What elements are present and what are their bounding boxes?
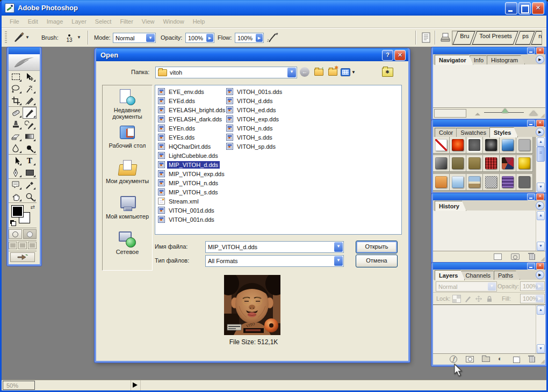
slice-tool[interactable] [23, 95, 37, 106]
places-bar-item[interactable]: Мои документы [103, 159, 152, 195]
style-swatch[interactable] [483, 174, 500, 191]
quick-mask-mode-button[interactable] [23, 229, 37, 239]
lock-transparency-icon[interactable] [452, 295, 461, 303]
new-layer-button[interactable] [513, 356, 521, 363]
file-item[interactable]: VITOH_exp.dds [226, 114, 284, 124]
menu-item[interactable]: Window [159, 17, 189, 26]
style-swatch[interactable] [466, 174, 483, 191]
lasso-tool[interactable] [9, 83, 23, 95]
scroll-down-icon[interactable]: ▼ [537, 242, 545, 251]
panel-tab[interactable]: Channels [461, 271, 497, 280]
zoom-level-field[interactable]: 50% [3, 381, 35, 390]
palette-minimize-button[interactable] [527, 193, 535, 200]
style-swatch[interactable] [483, 137, 500, 154]
menu-item[interactable]: Select [91, 17, 116, 26]
file-item[interactable]: EYEn.dds [158, 124, 227, 133]
airbrush-button[interactable] [266, 31, 279, 44]
type-tool[interactable]: T [23, 155, 37, 166]
magic-wand-tool[interactable] [23, 83, 37, 95]
zoom-slider-track[interactable] [484, 112, 524, 113]
rectangular-marquee-tool[interactable] [9, 71, 23, 83]
lock-paint-icon[interactable] [464, 295, 472, 302]
blur-tool[interactable] [9, 142, 23, 154]
style-swatch[interactable] [483, 155, 500, 172]
menu-item[interactable]: Filter [116, 17, 137, 26]
panel-tab[interactable]: Layers [435, 270, 465, 280]
eraser-tool[interactable] [9, 130, 23, 142]
palette-menu-icon[interactable]: ▶ [536, 271, 544, 279]
panel-tab[interactable]: Styles [489, 127, 518, 137]
shape-tool[interactable] [23, 166, 37, 178]
opacity-slider-icon[interactable]: ▶ [206, 34, 213, 42]
delete-layer-button[interactable] [528, 355, 536, 362]
fullscreen-mode-button[interactable] [28, 242, 37, 249]
file-item[interactable]: Stream.xml [158, 197, 227, 206]
filetype-combobox[interactable]: All Formats ▼ [205, 255, 344, 267]
lock-all-icon[interactable] [486, 295, 493, 302]
print-button[interactable] [439, 32, 451, 43]
places-bar-item[interactable]: Рабочий стол [103, 124, 152, 159]
palette-titlebar[interactable]: × [433, 120, 545, 127]
scroll-up-icon[interactable]: ▲ [537, 137, 545, 147]
edit-in-imageready-button[interactable] [10, 252, 35, 262]
style-swatch[interactable] [466, 137, 483, 154]
brush-preset-picker[interactable]: 13 ▼ [63, 31, 84, 44]
menu-item[interactable]: View [138, 17, 159, 26]
scroll-down-icon[interactable]: ▼ [537, 183, 545, 192]
menu-item[interactable]: Help [189, 17, 210, 26]
foreground-color-swatch[interactable] [11, 205, 24, 217]
palette-minimize-button[interactable] [527, 263, 535, 270]
palette-menu-icon[interactable]: ▶ [536, 128, 544, 136]
style-swatch[interactable] [433, 155, 450, 172]
file-item[interactable]: MIP_VITOH_s.dds [158, 187, 227, 197]
palette-well-tab[interactable]: Bru [452, 31, 475, 45]
style-swatch[interactable] [500, 155, 516, 172]
palette-minimize-button[interactable] [527, 120, 535, 127]
file-browser-toggle[interactable] [421, 32, 432, 43]
mode-select[interactable]: Normal ▼ [113, 33, 156, 43]
palette-close-button[interactable]: × [536, 193, 544, 200]
app-titlebar[interactable]: Adobe Photoshop ✕ [0, 0, 548, 16]
up-one-level-button[interactable]: ↑ [313, 67, 325, 77]
file-item[interactable]: VITOH_d.dds [226, 96, 284, 105]
scroll-down-icon[interactable]: ▼ [537, 344, 545, 353]
view-menu-button[interactable]: ▼ [341, 67, 356, 77]
places-bar-item[interactable]: Сетевое [103, 230, 152, 266]
panel-tab[interactable]: Histogram [487, 55, 525, 64]
layer-opacity-input[interactable]: 100% ▶ [520, 281, 545, 291]
crop-tool[interactable] [9, 95, 23, 106]
style-swatch[interactable] [433, 137, 450, 154]
menu-item[interactable]: Edit [24, 17, 42, 26]
file-item[interactable]: EYEd.dds [158, 96, 227, 105]
healing-brush-tool[interactable] [9, 107, 23, 119]
style-swatch[interactable] [450, 137, 466, 154]
status-menu-arrow-icon[interactable] [133, 382, 138, 388]
panel-tab[interactable]: Navigator [435, 55, 473, 65]
panel-tab[interactable]: Swatches [456, 128, 493, 137]
zoom-in-mountain-icon[interactable] [529, 111, 538, 115]
styles-scrollbar[interactable]: ▲ ▼ [536, 137, 545, 192]
style-swatch[interactable] [516, 174, 533, 191]
palette-titlebar[interactable]: × [433, 47, 545, 54]
flow-input[interactable]: 100% ▶ [235, 33, 264, 43]
add-layer-mask-button[interactable] [466, 356, 474, 363]
scroll-up-icon[interactable]: ▲ [537, 211, 545, 220]
places-bar-item[interactable]: Мой компьютер [103, 195, 152, 230]
dialog-close-button[interactable]: ✕ [394, 50, 406, 61]
file-item[interactable]: VITOH_ed.dds [226, 105, 284, 114]
palette-close-button[interactable]: × [536, 120, 544, 127]
pen-tool[interactable] [9, 166, 23, 178]
layers-scrollbar[interactable]: ▲ ▼ [536, 305, 545, 354]
palette-minimize-button[interactable] [527, 47, 535, 54]
resize-grip-icon[interactable]: ◢ [540, 112, 545, 118]
style-swatch[interactable] [466, 155, 483, 172]
panel-tab[interactable]: History [435, 201, 466, 211]
open-button[interactable]: Открыть [356, 241, 398, 253]
palette-titlebar[interactable]: × [433, 193, 545, 200]
palette-close-button[interactable]: × [536, 263, 544, 270]
style-swatch[interactable] [450, 174, 466, 191]
zoom-tool[interactable] [23, 191, 37, 202]
layer-fill-input[interactable]: 100% ▶ [520, 294, 545, 303]
scrollbar-thumb[interactable] [537, 147, 545, 162]
new-group-button[interactable] [482, 355, 490, 362]
